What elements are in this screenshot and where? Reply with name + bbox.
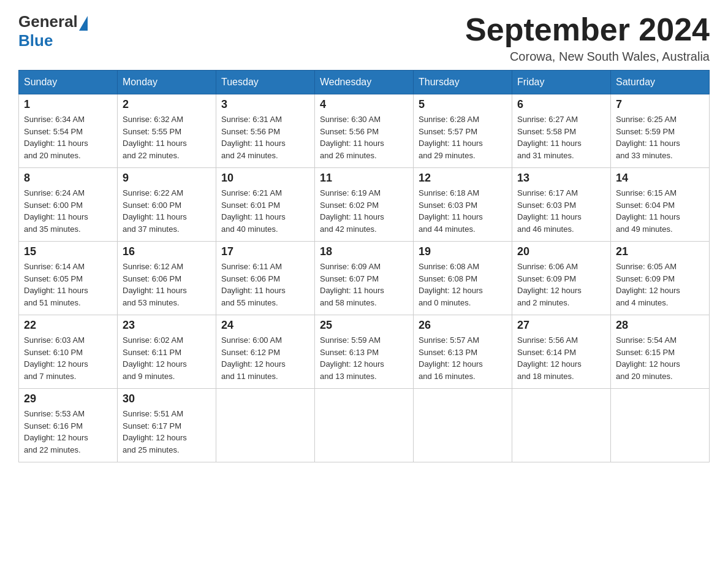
calendar-day-cell: 21Sunrise: 6:05 AM Sunset: 6:09 PM Dayli…: [611, 242, 710, 315]
day-info: Sunrise: 6:05 AM Sunset: 6:09 PM Dayligh…: [616, 261, 704, 308]
calendar-day-cell: 30Sunrise: 5:51 AM Sunset: 6:17 PM Dayli…: [118, 389, 216, 462]
calendar-day-cell: 3Sunrise: 6:31 AM Sunset: 5:56 PM Daylig…: [216, 94, 315, 168]
calendar-day-cell: 5Sunrise: 6:28 AM Sunset: 5:57 PM Daylig…: [414, 94, 512, 168]
calendar-day-cell: 22Sunrise: 6:03 AM Sunset: 6:10 PM Dayli…: [19, 315, 118, 389]
calendar-week-row: 29Sunrise: 5:53 AM Sunset: 6:16 PM Dayli…: [19, 389, 710, 462]
calendar-day-cell: [512, 389, 611, 462]
calendar-day-cell: 1Sunrise: 6:34 AM Sunset: 5:54 PM Daylig…: [19, 94, 118, 168]
day-info: Sunrise: 6:15 AM Sunset: 6:04 PM Dayligh…: [616, 187, 704, 235]
day-number: 13: [517, 172, 605, 185]
day-info: Sunrise: 6:25 AM Sunset: 5:59 PM Dayligh…: [616, 113, 704, 161]
day-info: Sunrise: 5:54 AM Sunset: 6:15 PM Dayligh…: [616, 334, 704, 382]
day-of-week-header: Friday: [512, 71, 611, 94]
day-info: Sunrise: 6:06 AM Sunset: 6:09 PM Dayligh…: [517, 261, 605, 308]
title-section: September 2024 Corowa, New South Wales, …: [465, 12, 710, 64]
calendar-day-cell: 13Sunrise: 6:17 AM Sunset: 6:03 PM Dayli…: [512, 168, 611, 242]
day-number: 23: [123, 319, 211, 332]
day-info: Sunrise: 6:17 AM Sunset: 6:03 PM Dayligh…: [517, 187, 605, 235]
calendar-day-cell: 28Sunrise: 5:54 AM Sunset: 6:15 PM Dayli…: [611, 315, 710, 389]
day-of-week-header: Wednesday: [315, 71, 414, 94]
day-number: 1: [24, 98, 112, 111]
day-info: Sunrise: 6:24 AM Sunset: 6:00 PM Dayligh…: [24, 187, 112, 235]
day-number: 2: [123, 98, 211, 111]
calendar-day-cell: 16Sunrise: 6:12 AM Sunset: 6:06 PM Dayli…: [118, 242, 216, 315]
calendar-day-cell: 7Sunrise: 6:25 AM Sunset: 5:59 PM Daylig…: [611, 94, 710, 168]
day-of-week-header: Tuesday: [216, 71, 315, 94]
calendar-day-cell: 17Sunrise: 6:11 AM Sunset: 6:06 PM Dayli…: [216, 242, 315, 315]
calendar-week-row: 15Sunrise: 6:14 AM Sunset: 6:05 PM Dayli…: [19, 242, 710, 315]
day-info: Sunrise: 6:32 AM Sunset: 5:55 PM Dayligh…: [123, 113, 211, 161]
day-info: Sunrise: 5:57 AM Sunset: 6:13 PM Dayligh…: [419, 334, 507, 382]
day-info: Sunrise: 6:02 AM Sunset: 6:11 PM Dayligh…: [123, 334, 211, 382]
day-number: 24: [221, 319, 309, 332]
calendar-day-cell: [611, 389, 710, 462]
day-number: 4: [320, 98, 408, 111]
day-info: Sunrise: 6:19 AM Sunset: 6:02 PM Dayligh…: [320, 187, 408, 235]
calendar-day-cell: 11Sunrise: 6:19 AM Sunset: 6:02 PM Dayli…: [315, 168, 414, 242]
day-info: Sunrise: 6:09 AM Sunset: 6:07 PM Dayligh…: [320, 261, 408, 308]
day-number: 6: [517, 98, 605, 111]
calendar-day-cell: 4Sunrise: 6:30 AM Sunset: 5:56 PM Daylig…: [315, 94, 414, 168]
logo-general-text: General: [18, 12, 78, 31]
calendar-day-cell: 26Sunrise: 5:57 AM Sunset: 6:13 PM Dayli…: [414, 315, 512, 389]
day-number: 29: [24, 393, 112, 405]
day-number: 19: [419, 245, 507, 258]
page-header: General Blue September 2024 Corowa, New …: [18, 12, 710, 64]
calendar-day-cell: 25Sunrise: 5:59 AM Sunset: 6:13 PM Dayli…: [315, 315, 414, 389]
calendar-week-row: 8Sunrise: 6:24 AM Sunset: 6:00 PM Daylig…: [19, 168, 710, 242]
day-number: 22: [24, 319, 112, 332]
day-number: 15: [24, 245, 112, 258]
day-number: 16: [123, 245, 211, 258]
day-number: 28: [616, 319, 704, 332]
day-info: Sunrise: 6:31 AM Sunset: 5:56 PM Dayligh…: [221, 113, 309, 161]
day-info: Sunrise: 6:00 AM Sunset: 6:12 PM Dayligh…: [221, 334, 309, 382]
day-info: Sunrise: 6:03 AM Sunset: 6:10 PM Dayligh…: [24, 334, 112, 382]
day-number: 14: [616, 172, 704, 185]
calendar-week-row: 22Sunrise: 6:03 AM Sunset: 6:10 PM Dayli…: [19, 315, 710, 389]
day-of-week-header: Monday: [118, 71, 216, 94]
day-number: 20: [517, 245, 605, 258]
day-info: Sunrise: 5:59 AM Sunset: 6:13 PM Dayligh…: [320, 334, 408, 382]
calendar-day-cell: 27Sunrise: 5:56 AM Sunset: 6:14 PM Dayli…: [512, 315, 611, 389]
day-info: Sunrise: 6:28 AM Sunset: 5:57 PM Dayligh…: [419, 113, 507, 161]
calendar-day-cell: [414, 389, 512, 462]
day-info: Sunrise: 6:34 AM Sunset: 5:54 PM Dayligh…: [24, 113, 112, 161]
day-info: Sunrise: 6:08 AM Sunset: 6:08 PM Dayligh…: [419, 261, 507, 308]
calendar-day-cell: 14Sunrise: 6:15 AM Sunset: 6:04 PM Dayli…: [611, 168, 710, 242]
day-info: Sunrise: 5:53 AM Sunset: 6:16 PM Dayligh…: [24, 408, 112, 456]
calendar-day-cell: [216, 389, 315, 462]
calendar-day-cell: 2Sunrise: 6:32 AM Sunset: 5:55 PM Daylig…: [118, 94, 216, 168]
day-number: 17: [221, 245, 309, 258]
day-info: Sunrise: 6:22 AM Sunset: 6:00 PM Dayligh…: [123, 187, 211, 235]
day-number: 10: [221, 172, 309, 185]
day-number: 21: [616, 245, 704, 258]
calendar-day-cell: 23Sunrise: 6:02 AM Sunset: 6:11 PM Dayli…: [118, 315, 216, 389]
day-info: Sunrise: 6:18 AM Sunset: 6:03 PM Dayligh…: [419, 187, 507, 235]
day-number: 27: [517, 319, 605, 332]
calendar-day-cell: 18Sunrise: 6:09 AM Sunset: 6:07 PM Dayli…: [315, 242, 414, 315]
calendar-day-cell: 24Sunrise: 6:00 AM Sunset: 6:12 PM Dayli…: [216, 315, 315, 389]
day-info: Sunrise: 6:11 AM Sunset: 6:06 PM Dayligh…: [221, 261, 309, 308]
day-info: Sunrise: 6:14 AM Sunset: 6:05 PM Dayligh…: [24, 261, 112, 308]
day-number: 18: [320, 245, 408, 258]
day-info: Sunrise: 6:30 AM Sunset: 5:56 PM Dayligh…: [320, 113, 408, 161]
day-number: 12: [419, 172, 507, 185]
day-number: 8: [24, 172, 112, 185]
day-number: 30: [123, 393, 211, 405]
month-title: September 2024: [465, 12, 710, 47]
day-info: Sunrise: 6:21 AM Sunset: 6:01 PM Dayligh…: [221, 187, 309, 235]
calendar-header-row: SundayMondayTuesdayWednesdayThursdayFrid…: [19, 71, 710, 94]
day-info: Sunrise: 6:27 AM Sunset: 5:58 PM Dayligh…: [517, 113, 605, 161]
day-number: 25: [320, 319, 408, 332]
calendar-table: SundayMondayTuesdayWednesdayThursdayFrid…: [18, 70, 710, 462]
day-number: 7: [616, 98, 704, 111]
logo-blue-text: Blue: [18, 31, 88, 50]
day-info: Sunrise: 6:12 AM Sunset: 6:06 PM Dayligh…: [123, 261, 211, 308]
calendar-day-cell: 19Sunrise: 6:08 AM Sunset: 6:08 PM Dayli…: [414, 242, 512, 315]
calendar-day-cell: 29Sunrise: 5:53 AM Sunset: 6:16 PM Dayli…: [19, 389, 118, 462]
day-number: 3: [221, 98, 309, 111]
location-text: Corowa, New South Wales, Australia: [465, 50, 710, 64]
calendar-day-cell: 12Sunrise: 6:18 AM Sunset: 6:03 PM Dayli…: [414, 168, 512, 242]
calendar-day-cell: 8Sunrise: 6:24 AM Sunset: 6:00 PM Daylig…: [19, 168, 118, 242]
day-info: Sunrise: 5:51 AM Sunset: 6:17 PM Dayligh…: [123, 408, 211, 456]
